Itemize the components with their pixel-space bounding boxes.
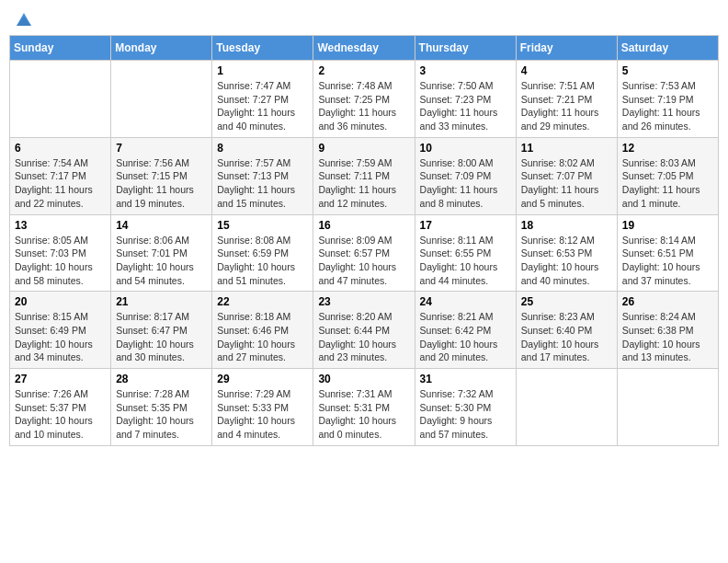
day-number: 4	[521, 64, 612, 77]
day-number: 2	[318, 64, 409, 77]
day-number: 12	[622, 142, 713, 155]
calendar-cell: 22Sunrise: 8:18 AM Sunset: 6:46 PM Dayli…	[212, 292, 313, 369]
day-number: 27	[15, 373, 106, 385]
day-info: Sunrise: 7:53 AM Sunset: 7:19 PM Dayligh…	[622, 79, 713, 133]
calendar-cell	[516, 369, 617, 446]
day-info: Sunrise: 7:47 AM Sunset: 7:27 PM Dayligh…	[217, 79, 308, 133]
day-info: Sunrise: 8:20 AM Sunset: 6:44 PM Dayligh…	[318, 310, 409, 364]
calendar-cell: 7Sunrise: 7:56 AM Sunset: 7:15 PM Daylig…	[111, 137, 212, 214]
calendar-body: 1Sunrise: 7:47 AM Sunset: 7:27 PM Daylig…	[10, 61, 719, 446]
day-number: 14	[116, 219, 207, 232]
calendar-cell: 24Sunrise: 8:21 AM Sunset: 6:42 PM Dayli…	[415, 292, 516, 369]
calendar-cell: 13Sunrise: 8:05 AM Sunset: 7:03 PM Dayli…	[10, 214, 111, 292]
day-number: 26	[622, 295, 713, 308]
calendar-cell: 27Sunrise: 7:26 AM Sunset: 5:37 PM Dayli…	[10, 369, 111, 446]
day-info: Sunrise: 8:14 AM Sunset: 6:51 PM Dayligh…	[622, 234, 713, 288]
day-number: 7	[116, 142, 207, 155]
calendar-cell: 1Sunrise: 7:47 AM Sunset: 7:27 PM Daylig…	[212, 61, 313, 138]
day-number: 15	[217, 219, 308, 232]
calendar-cell: 17Sunrise: 8:11 AM Sunset: 6:55 PM Dayli…	[415, 214, 516, 292]
day-number: 18	[521, 219, 612, 232]
day-info: Sunrise: 8:09 AM Sunset: 6:57 PM Dayligh…	[318, 234, 409, 288]
calendar-cell: 2Sunrise: 7:48 AM Sunset: 7:25 PM Daylig…	[313, 61, 415, 138]
calendar-cell: 30Sunrise: 7:31 AM Sunset: 5:31 PM Dayli…	[313, 369, 415, 446]
calendar-weekday-header: Wednesday	[313, 36, 415, 61]
calendar-cell: 5Sunrise: 7:53 AM Sunset: 7:19 PM Daylig…	[617, 61, 718, 138]
day-number: 8	[217, 142, 308, 155]
day-info: Sunrise: 8:23 AM Sunset: 6:40 PM Dayligh…	[521, 310, 612, 364]
calendar-cell: 18Sunrise: 8:12 AM Sunset: 6:53 PM Dayli…	[516, 214, 617, 292]
day-number: 3	[420, 64, 511, 77]
calendar-cell: 23Sunrise: 8:20 AM Sunset: 6:44 PM Dayli…	[313, 292, 415, 369]
calendar-weekday-header: Saturday	[617, 36, 718, 61]
calendar-week-row: 6Sunrise: 7:54 AM Sunset: 7:17 PM Daylig…	[10, 137, 719, 214]
calendar-weekday-header: Friday	[516, 36, 617, 61]
calendar-cell: 8Sunrise: 7:57 AM Sunset: 7:13 PM Daylig…	[212, 137, 313, 214]
calendar-cell: 10Sunrise: 8:00 AM Sunset: 7:09 PM Dayli…	[415, 137, 516, 214]
day-info: Sunrise: 7:57 AM Sunset: 7:13 PM Dayligh…	[217, 156, 308, 211]
calendar-week-row: 1Sunrise: 7:47 AM Sunset: 7:27 PM Daylig…	[10, 61, 719, 138]
day-info: Sunrise: 7:48 AM Sunset: 7:25 PM Dayligh…	[318, 79, 409, 133]
calendar-week-row: 27Sunrise: 7:26 AM Sunset: 5:37 PM Dayli…	[10, 369, 719, 446]
day-info: Sunrise: 7:59 AM Sunset: 7:11 PM Dayligh…	[318, 156, 409, 211]
day-number: 31	[420, 373, 511, 385]
logo	[13, 9, 33, 28]
day-number: 17	[420, 219, 511, 232]
day-number: 24	[420, 295, 511, 308]
day-number: 28	[116, 373, 207, 385]
calendar-cell: 3Sunrise: 7:50 AM Sunset: 7:23 PM Daylig…	[415, 61, 516, 138]
day-info: Sunrise: 8:12 AM Sunset: 6:53 PM Dayligh…	[521, 234, 612, 288]
day-info: Sunrise: 8:02 AM Sunset: 7:07 PM Dayligh…	[521, 156, 612, 211]
day-number: 6	[15, 142, 106, 155]
day-info: Sunrise: 7:31 AM Sunset: 5:31 PM Dayligh…	[318, 387, 409, 442]
day-info: Sunrise: 7:51 AM Sunset: 7:21 PM Dayligh…	[521, 79, 612, 133]
day-info: Sunrise: 7:50 AM Sunset: 7:23 PM Dayligh…	[420, 79, 511, 133]
day-info: Sunrise: 7:26 AM Sunset: 5:37 PM Dayligh…	[15, 387, 106, 442]
day-info: Sunrise: 7:54 AM Sunset: 7:17 PM Dayligh…	[15, 156, 106, 211]
day-info: Sunrise: 8:17 AM Sunset: 6:47 PM Dayligh…	[116, 310, 207, 364]
day-number: 16	[318, 219, 409, 232]
calendar-cell: 21Sunrise: 8:17 AM Sunset: 6:47 PM Dayli…	[111, 292, 212, 369]
calendar-weekday-header: Thursday	[415, 36, 516, 61]
day-number: 19	[622, 219, 713, 232]
day-number: 30	[318, 373, 409, 385]
calendar-header: SundayMondayTuesdayWednesdayThursdayFrid…	[10, 36, 719, 61]
calendar-cell: 31Sunrise: 7:32 AM Sunset: 5:30 PM Dayli…	[415, 369, 516, 446]
svg-marker-1	[17, 17, 31, 26]
calendar-week-row: 13Sunrise: 8:05 AM Sunset: 7:03 PM Dayli…	[10, 214, 719, 292]
day-info: Sunrise: 7:56 AM Sunset: 7:15 PM Dayligh…	[116, 156, 207, 211]
day-info: Sunrise: 8:11 AM Sunset: 6:55 PM Dayligh…	[420, 234, 511, 288]
day-number: 22	[217, 295, 308, 308]
day-number: 23	[318, 295, 409, 308]
calendar-week-row: 20Sunrise: 8:15 AM Sunset: 6:49 PM Dayli…	[10, 292, 719, 369]
calendar-cell: 4Sunrise: 7:51 AM Sunset: 7:21 PM Daylig…	[516, 61, 617, 138]
calendar-cell	[617, 369, 718, 446]
day-info: Sunrise: 8:15 AM Sunset: 6:49 PM Dayligh…	[15, 310, 106, 364]
day-info: Sunrise: 7:32 AM Sunset: 5:30 PM Dayligh…	[420, 387, 511, 442]
day-number: 10	[420, 142, 511, 155]
calendar-cell: 26Sunrise: 8:24 AM Sunset: 6:38 PM Dayli…	[617, 292, 718, 369]
day-info: Sunrise: 8:03 AM Sunset: 7:05 PM Dayligh…	[622, 156, 713, 211]
day-info: Sunrise: 8:06 AM Sunset: 7:01 PM Dayligh…	[116, 234, 207, 288]
calendar-cell: 15Sunrise: 8:08 AM Sunset: 6:59 PM Dayli…	[212, 214, 313, 292]
day-number: 11	[521, 142, 612, 155]
day-number: 9	[318, 142, 409, 155]
calendar-cell	[111, 61, 212, 138]
calendar-cell: 16Sunrise: 8:09 AM Sunset: 6:57 PM Dayli…	[313, 214, 415, 292]
calendar-cell: 25Sunrise: 8:23 AM Sunset: 6:40 PM Dayli…	[516, 292, 617, 369]
day-info: Sunrise: 8:18 AM Sunset: 6:46 PM Dayligh…	[217, 310, 308, 364]
day-info: Sunrise: 8:00 AM Sunset: 7:09 PM Dayligh…	[420, 156, 511, 211]
calendar-cell: 28Sunrise: 7:28 AM Sunset: 5:35 PM Dayli…	[111, 369, 212, 446]
day-info: Sunrise: 8:05 AM Sunset: 7:03 PM Dayligh…	[15, 234, 106, 288]
calendar-table: SundayMondayTuesdayWednesdayThursdayFrid…	[9, 35, 719, 446]
calendar-cell: 29Sunrise: 7:29 AM Sunset: 5:33 PM Dayli…	[212, 369, 313, 446]
day-number: 20	[15, 295, 106, 308]
day-number: 5	[622, 64, 713, 77]
day-info: Sunrise: 8:24 AM Sunset: 6:38 PM Dayligh…	[622, 310, 713, 364]
calendar-cell: 12Sunrise: 8:03 AM Sunset: 7:05 PM Dayli…	[617, 137, 718, 214]
calendar-cell	[10, 61, 111, 138]
calendar-cell: 19Sunrise: 8:14 AM Sunset: 6:51 PM Dayli…	[617, 214, 718, 292]
day-info: Sunrise: 7:29 AM Sunset: 5:33 PM Dayligh…	[217, 387, 308, 442]
logo-icon	[15, 9, 33, 28]
day-number: 1	[217, 64, 308, 77]
